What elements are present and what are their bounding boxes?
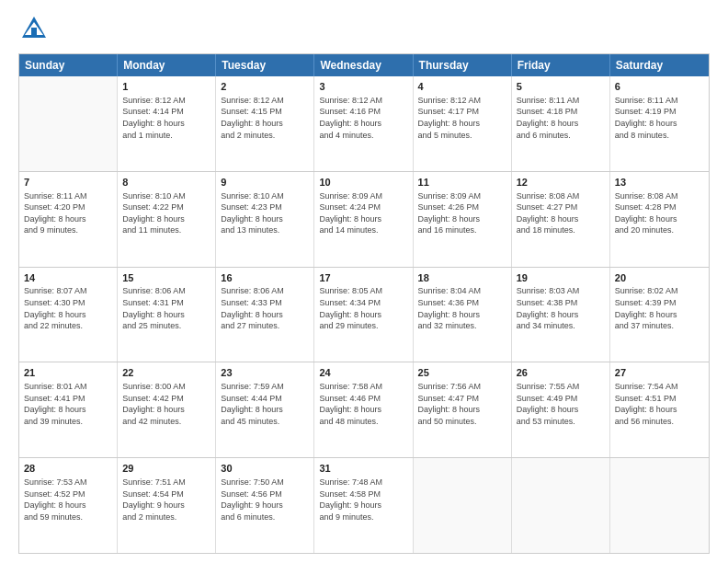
calendar-cell-1-4: 3Sunrise: 8:12 AM Sunset: 4:16 PM Daylig… (314, 76, 413, 171)
calendar-cell-4-7: 27Sunrise: 7:54 AM Sunset: 4:51 PM Dayli… (610, 362, 709, 457)
day-number: 8 (122, 176, 210, 190)
calendar-cell-1-7: 6Sunrise: 8:11 AM Sunset: 4:19 PM Daylig… (610, 76, 709, 171)
header-day-monday: Monday (118, 54, 216, 76)
day-number: 12 (517, 176, 605, 190)
day-number: 22 (122, 366, 210, 380)
day-info: Sunrise: 8:06 AM Sunset: 4:33 PM Dayligh… (221, 285, 309, 331)
calendar-header: SundayMondayTuesdayWednesdayThursdayFrid… (19, 54, 709, 76)
day-number: 25 (418, 366, 506, 380)
header-day-tuesday: Tuesday (216, 54, 314, 76)
calendar-cell-5-5 (414, 458, 512, 553)
day-number: 19 (517, 271, 605, 285)
day-number: 1 (122, 80, 210, 94)
day-number: 15 (122, 271, 210, 285)
calendar-cell-1-3: 2Sunrise: 8:12 AM Sunset: 4:15 PM Daylig… (216, 76, 314, 171)
calendar-cell-3-1: 14Sunrise: 8:07 AM Sunset: 4:30 PM Dayli… (19, 268, 118, 362)
day-number: 17 (319, 271, 407, 285)
calendar-cell-2-3: 9Sunrise: 8:10 AM Sunset: 4:23 PM Daylig… (216, 172, 314, 267)
day-info: Sunrise: 8:02 AM Sunset: 4:39 PM Dayligh… (615, 285, 704, 331)
day-info: Sunrise: 8:12 AM Sunset: 4:14 PM Dayligh… (122, 95, 210, 141)
calendar-cell-4-2: 22Sunrise: 8:00 AM Sunset: 4:42 PM Dayli… (118, 362, 216, 457)
day-number: 11 (418, 176, 506, 190)
calendar-cell-4-4: 24Sunrise: 7:58 AM Sunset: 4:46 PM Dayli… (314, 362, 413, 457)
header-day-friday: Friday (512, 54, 610, 76)
day-number: 14 (24, 271, 112, 285)
day-info: Sunrise: 8:11 AM Sunset: 4:18 PM Dayligh… (517, 95, 605, 141)
day-number: 6 (615, 80, 704, 94)
day-number: 16 (221, 271, 309, 285)
day-info: Sunrise: 8:09 AM Sunset: 4:26 PM Dayligh… (418, 190, 506, 236)
day-info: Sunrise: 8:11 AM Sunset: 4:20 PM Dayligh… (24, 190, 112, 236)
day-number: 13 (615, 176, 704, 190)
calendar-cell-1-1 (19, 76, 118, 171)
header-day-wednesday: Wednesday (314, 54, 413, 76)
calendar: SundayMondayTuesdayWednesdayThursdayFrid… (18, 53, 710, 554)
header-day-sunday: Sunday (19, 54, 118, 76)
day-info: Sunrise: 7:48 AM Sunset: 4:58 PM Dayligh… (319, 477, 407, 523)
day-number: 4 (418, 80, 506, 94)
day-number: 30 (221, 462, 309, 476)
calendar-cell-1-2: 1Sunrise: 8:12 AM Sunset: 4:14 PM Daylig… (118, 76, 216, 171)
calendar-cell-2-1: 7Sunrise: 8:11 AM Sunset: 4:20 PM Daylig… (19, 172, 118, 267)
calendar-cell-5-6 (512, 458, 610, 553)
calendar-cell-2-5: 11Sunrise: 8:09 AM Sunset: 4:26 PM Dayli… (414, 172, 512, 267)
calendar-cell-5-4: 31Sunrise: 7:48 AM Sunset: 4:58 PM Dayli… (314, 458, 413, 553)
day-info: Sunrise: 8:04 AM Sunset: 4:36 PM Dayligh… (418, 285, 506, 331)
logo (18, 15, 48, 46)
header (18, 15, 710, 46)
day-info: Sunrise: 7:50 AM Sunset: 4:56 PM Dayligh… (221, 477, 309, 523)
day-number: 20 (615, 271, 704, 285)
day-number: 7 (24, 176, 112, 190)
calendar-cell-5-7 (610, 458, 709, 553)
day-info: Sunrise: 7:55 AM Sunset: 4:49 PM Dayligh… (517, 381, 605, 427)
calendar-cell-3-7: 20Sunrise: 8:02 AM Sunset: 4:39 PM Dayli… (610, 268, 709, 362)
calendar-row-3: 14Sunrise: 8:07 AM Sunset: 4:30 PM Dayli… (19, 267, 709, 362)
calendar-cell-2-6: 12Sunrise: 8:08 AM Sunset: 4:27 PM Dayli… (512, 172, 610, 267)
calendar-cell-3-4: 17Sunrise: 8:05 AM Sunset: 4:34 PM Dayli… (314, 268, 413, 362)
calendar-cell-2-2: 8Sunrise: 8:10 AM Sunset: 4:22 PM Daylig… (118, 172, 216, 267)
day-info: Sunrise: 7:59 AM Sunset: 4:44 PM Dayligh… (221, 381, 309, 427)
day-number: 5 (517, 80, 605, 94)
day-number: 9 (221, 176, 309, 190)
day-number: 26 (517, 366, 605, 380)
day-info: Sunrise: 7:53 AM Sunset: 4:52 PM Dayligh… (24, 477, 112, 523)
day-number: 10 (319, 176, 407, 190)
day-number: 24 (319, 366, 407, 380)
day-info: Sunrise: 7:54 AM Sunset: 4:51 PM Dayligh… (615, 381, 704, 427)
page: SundayMondayTuesdayWednesdayThursdayFrid… (0, 0, 728, 563)
day-number: 23 (221, 366, 309, 380)
calendar-cell-1-6: 5Sunrise: 8:11 AM Sunset: 4:18 PM Daylig… (512, 76, 610, 171)
calendar-cell-4-3: 23Sunrise: 7:59 AM Sunset: 4:44 PM Dayli… (216, 362, 314, 457)
day-info: Sunrise: 8:12 AM Sunset: 4:16 PM Dayligh… (319, 95, 407, 141)
day-info: Sunrise: 8:07 AM Sunset: 4:30 PM Dayligh… (24, 285, 112, 331)
day-info: Sunrise: 8:12 AM Sunset: 4:17 PM Dayligh… (418, 95, 506, 141)
day-info: Sunrise: 8:09 AM Sunset: 4:24 PM Dayligh… (319, 190, 407, 236)
day-info: Sunrise: 8:08 AM Sunset: 4:28 PM Dayligh… (615, 190, 704, 236)
day-info: Sunrise: 8:05 AM Sunset: 4:34 PM Dayligh… (319, 285, 407, 331)
day-info: Sunrise: 7:58 AM Sunset: 4:46 PM Dayligh… (319, 381, 407, 427)
calendar-cell-5-2: 29Sunrise: 7:51 AM Sunset: 4:54 PM Dayli… (118, 458, 216, 553)
day-number: 31 (319, 462, 407, 476)
calendar-cell-3-6: 19Sunrise: 8:03 AM Sunset: 4:38 PM Dayli… (512, 268, 610, 362)
calendar-cell-5-1: 28Sunrise: 7:53 AM Sunset: 4:52 PM Dayli… (19, 458, 118, 553)
day-number: 18 (418, 271, 506, 285)
day-info: Sunrise: 8:11 AM Sunset: 4:19 PM Dayligh… (615, 95, 704, 141)
calendar-body: 1Sunrise: 8:12 AM Sunset: 4:14 PM Daylig… (19, 76, 709, 553)
day-info: Sunrise: 7:56 AM Sunset: 4:47 PM Dayligh… (418, 381, 506, 427)
calendar-cell-4-6: 26Sunrise: 7:55 AM Sunset: 4:49 PM Dayli… (512, 362, 610, 457)
day-number: 3 (319, 80, 407, 94)
day-info: Sunrise: 8:10 AM Sunset: 4:22 PM Dayligh… (122, 190, 210, 236)
day-info: Sunrise: 8:08 AM Sunset: 4:27 PM Dayligh… (517, 190, 605, 236)
day-number: 27 (615, 366, 704, 380)
logo-icon (20, 15, 48, 42)
calendar-cell-3-5: 18Sunrise: 8:04 AM Sunset: 4:36 PM Dayli… (414, 268, 512, 362)
day-info: Sunrise: 8:01 AM Sunset: 4:41 PM Dayligh… (24, 381, 112, 427)
calendar-cell-2-4: 10Sunrise: 8:09 AM Sunset: 4:24 PM Dayli… (314, 172, 413, 267)
calendar-row-1: 1Sunrise: 8:12 AM Sunset: 4:14 PM Daylig… (19, 76, 709, 171)
header-day-thursday: Thursday (414, 54, 512, 76)
calendar-row-5: 28Sunrise: 7:53 AM Sunset: 4:52 PM Dayli… (19, 457, 709, 553)
day-number: 29 (122, 462, 210, 476)
day-number: 21 (24, 366, 112, 380)
calendar-cell-5-3: 30Sunrise: 7:50 AM Sunset: 4:56 PM Dayli… (216, 458, 314, 553)
calendar-cell-2-7: 13Sunrise: 8:08 AM Sunset: 4:28 PM Dayli… (610, 172, 709, 267)
